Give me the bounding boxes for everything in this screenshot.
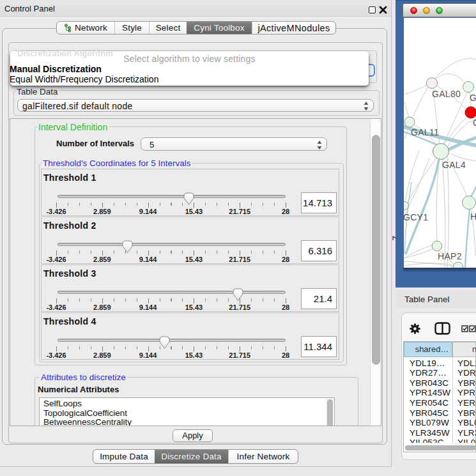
svg-text:GAL80: GAL80 xyxy=(432,89,461,99)
svg-text:C: C xyxy=(473,118,476,128)
svg-text:GAL11: GAL11 xyxy=(411,127,439,137)
svg-text:HAP2: HAP2 xyxy=(438,251,462,261)
svg-text:H: H xyxy=(470,211,476,222)
svg-text:GAL4: GAL4 xyxy=(442,160,466,170)
svg-text:GCY1: GCY1 xyxy=(404,212,428,222)
svg-text:GA: GA xyxy=(470,93,476,103)
